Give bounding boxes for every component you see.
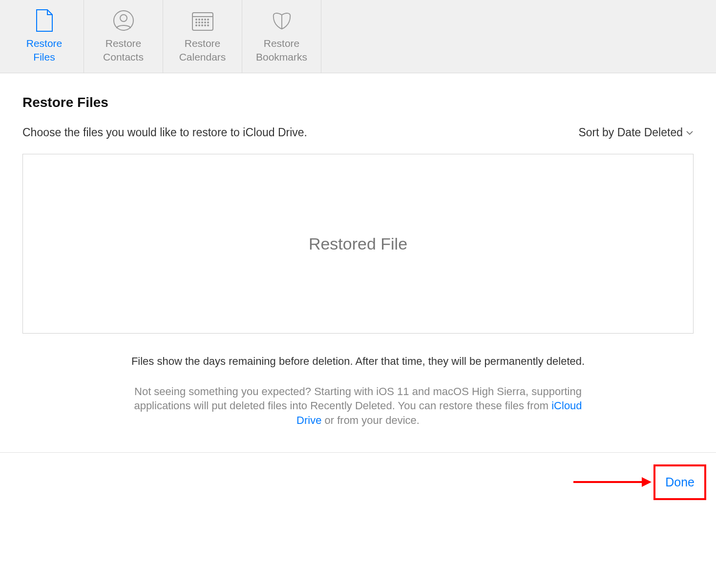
restored-file-text: Restored File: [309, 234, 407, 253]
help-text-before: Not seeing something you expected? Start…: [134, 385, 582, 412]
tab-label: Restore Bookmarks: [256, 37, 307, 63]
chevron-down-icon: [686, 128, 694, 137]
tab-restore-calendars[interactable]: Restore Calendars: [163, 0, 242, 73]
instruction-text: Choose the files you would like to resto…: [22, 126, 307, 139]
svg-point-18: [208, 25, 209, 26]
file-list-box: Restored File: [22, 154, 694, 334]
help-text-after: or from your device.: [321, 414, 420, 426]
info-text: Files show the days remaining before del…: [114, 354, 602, 369]
tab-label: Restore Contacts: [103, 37, 144, 63]
svg-point-4: [196, 19, 197, 20]
svg-point-16: [202, 25, 203, 26]
done-button[interactable]: Done: [665, 475, 695, 489]
svg-point-14: [196, 25, 197, 26]
svg-point-8: [208, 19, 209, 20]
svg-point-11: [202, 22, 203, 23]
tab-restore-contacts[interactable]: Restore Contacts: [84, 0, 163, 73]
svg-rect-2: [192, 13, 213, 30]
svg-point-7: [205, 19, 206, 20]
svg-point-17: [205, 25, 206, 26]
svg-point-6: [202, 19, 203, 20]
sort-label: Sort by Date Deleted: [578, 126, 683, 139]
tab-restore-files[interactable]: Restore Files: [5, 0, 84, 73]
tab-label: Restore Files: [26, 37, 63, 63]
svg-point-15: [199, 25, 200, 26]
sort-control[interactable]: Sort by Date Deleted: [578, 126, 694, 139]
footer: Done: [0, 453, 716, 512]
tab-label: Restore Calendars: [179, 37, 226, 63]
arrow-annotation: [573, 477, 652, 487]
page-title: Restore Files: [22, 95, 694, 110]
tab-restore-bookmarks[interactable]: Restore Bookmarks: [242, 0, 321, 73]
svg-point-13: [208, 22, 209, 23]
svg-point-9: [196, 22, 197, 23]
bookmark-icon: [271, 9, 293, 32]
file-icon: [33, 9, 56, 32]
contact-icon: [112, 9, 135, 32]
done-button-highlight: Done: [653, 464, 706, 500]
content-area: Restore Files Choose the files you would…: [0, 73, 716, 428]
svg-point-12: [205, 22, 206, 23]
help-text: Not seeing something you expected? Start…: [128, 384, 588, 428]
svg-point-10: [199, 22, 200, 23]
svg-point-1: [120, 15, 127, 21]
calendar-icon: [191, 9, 214, 32]
subheader-row: Choose the files you would like to resto…: [22, 126, 694, 139]
svg-point-5: [199, 19, 200, 20]
tabs-bar: Restore Files Restore Contacts Restore C…: [0, 0, 716, 73]
